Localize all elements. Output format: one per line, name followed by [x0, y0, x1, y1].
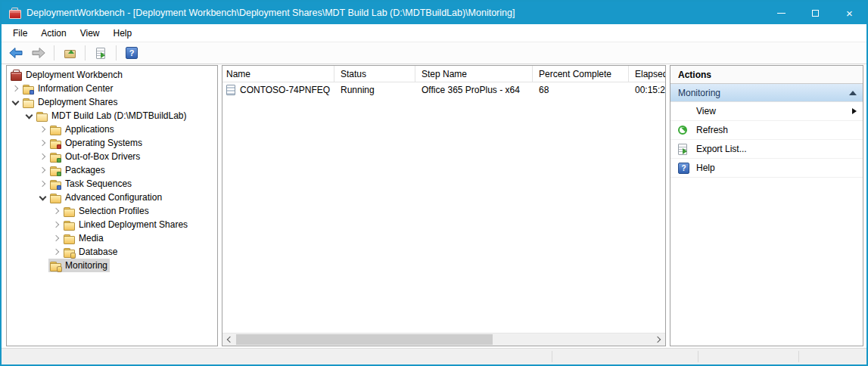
expander-collapsed-icon[interactable]	[50, 246, 62, 258]
column-header-step-name[interactable]: Step Name	[415, 66, 533, 82]
expander-expanded-icon[interactable]	[9, 96, 21, 108]
monitoring-cylinder-icon	[57, 266, 62, 272]
column-header-elapsed-time[interactable]: Elapsed Time	[629, 66, 666, 82]
minimize-button[interactable]	[764, 2, 798, 24]
export-list-icon	[96, 48, 105, 59]
monitoring-row-contoso[interactable]: CONTOSO-74PNFEQ Running Office 365 ProPl…	[222, 82, 665, 98]
tree-item-monitoring[interactable]: Monitoring	[7, 259, 217, 272]
back-button[interactable]	[7, 44, 25, 62]
task-sequences-folder-icon	[49, 178, 61, 190]
tree-item-out-of-box-drivers[interactable]: Out-of-Box Drivers	[7, 150, 217, 163]
cell-percent-complete: 68	[533, 85, 629, 95]
show-hide-console-tree-button[interactable]	[61, 44, 79, 62]
actions-group-monitoring[interactable]: Monitoring	[670, 84, 863, 102]
maximize-button[interactable]	[798, 2, 832, 24]
folder-icon	[49, 191, 61, 203]
cell-elapsed-time: 00:15:20	[629, 85, 665, 95]
tree-item-mdt-build-lab[interactable]: MDT Build Lab (D:\MDTBuildLab)	[7, 109, 217, 123]
expander-spacer	[36, 259, 48, 271]
folder-icon	[63, 219, 75, 231]
tree-item-selection-profiles[interactable]: Selection Profiles	[7, 204, 217, 218]
tree-item-label: Advanced Configuration	[65, 192, 162, 203]
folder-info-icon	[22, 82, 34, 95]
os-badge-icon	[57, 144, 61, 149]
export-list-button[interactable]	[92, 44, 110, 62]
close-button[interactable]: ×	[832, 2, 866, 24]
toolbar-separator	[85, 45, 86, 60]
expander-collapsed-icon[interactable]	[50, 205, 62, 217]
expander-collapsed-icon[interactable]	[36, 137, 48, 149]
cell-name: CONTOSO-74PNFEQ	[222, 85, 334, 95]
tree-item-linked-deployment-shares[interactable]: Linked Deployment Shares	[7, 218, 217, 231]
expander-collapsed-icon[interactable]	[36, 178, 48, 190]
tree-item-database[interactable]: Database	[7, 245, 217, 259]
main-area: Deployment Workbench Information Center …	[2, 64, 866, 348]
action-refresh[interactable]: Refresh	[670, 121, 863, 140]
tree-item-information-center[interactable]: Information Center	[7, 82, 217, 95]
tree-item-applications[interactable]: Applications	[7, 123, 217, 136]
refresh-icon	[678, 126, 687, 135]
app-toolbox-icon	[8, 7, 20, 19]
help-button[interactable]: ?	[123, 44, 141, 62]
tree-item-packages[interactable]: Packages	[7, 163, 217, 177]
action-view[interactable]: View	[670, 102, 863, 121]
collapse-arrow-icon[interactable]	[849, 91, 857, 95]
expander-expanded-icon[interactable]	[23, 110, 35, 122]
action-label: Refresh	[696, 125, 857, 135]
actions-group-label: Monitoring	[678, 88, 849, 98]
menubar: File Action View Help	[2, 24, 866, 42]
toolbar: ?	[2, 42, 866, 64]
toolbar-separator	[54, 45, 54, 60]
tree-item-label: MDT Build Lab (D:\MDTBuildLab)	[51, 110, 187, 121]
folder-up-arrow-icon	[64, 50, 76, 58]
action-export-list[interactable]: Export List...	[670, 140, 863, 159]
tree-item-label: Task Sequences	[65, 178, 132, 189]
expander-collapsed-icon[interactable]	[50, 232, 62, 244]
tree-item-label: Linked Deployment Shares	[79, 219, 188, 230]
tree-item-deployment-shares[interactable]: Deployment Shares	[7, 95, 217, 109]
cell-step-name: Office 365 ProPlus - x64	[415, 85, 533, 95]
actions-pane-title: Actions	[670, 66, 863, 84]
tree-item-label: Deployment Shares	[38, 97, 117, 107]
expander-collapsed-icon[interactable]	[50, 219, 62, 231]
menu-action[interactable]: Action	[34, 26, 73, 41]
menu-file[interactable]: File	[6, 26, 34, 41]
menu-help[interactable]: Help	[107, 26, 139, 41]
tree-item-label: Packages	[65, 165, 105, 175]
minimize-icon	[777, 13, 786, 14]
expander-collapsed-icon[interactable]	[36, 164, 48, 176]
tree-item-deployment-workbench[interactable]: Deployment Workbench	[7, 68, 217, 82]
maximize-icon	[812, 10, 819, 17]
status-bar	[2, 348, 866, 364]
task-sequences-badge-icon	[57, 185, 61, 190]
tree-item-media[interactable]: Media	[7, 231, 217, 245]
close-icon: ×	[846, 8, 853, 19]
column-header-name[interactable]: Name	[222, 66, 334, 82]
expander-collapsed-icon[interactable]	[9, 82, 21, 95]
expander-expanded-icon[interactable]	[36, 191, 48, 203]
folder-icon	[63, 232, 75, 244]
expander-collapsed-icon[interactable]	[36, 123, 48, 135]
horizontal-scrollbar[interactable]	[222, 333, 665, 346]
column-header-status[interactable]: Status	[334, 66, 415, 82]
cell-name-text: CONTOSO-74PNFEQ	[240, 85, 330, 95]
app-window: DeploymentWorkbench - [Deployment Workbe…	[0, 0, 868, 366]
scrollbar-thumb[interactable]	[236, 334, 493, 345]
tree-item-operating-systems[interactable]: Operating Systems	[7, 136, 217, 150]
action-label: Help	[696, 163, 857, 173]
tree-item-advanced-configuration[interactable]: Advanced Configuration	[7, 191, 217, 204]
actions-pane: Actions Monitoring View Refresh Export L…	[670, 65, 863, 346]
back-arrow-icon	[9, 48, 23, 58]
tree-item-label: Operating Systems	[65, 138, 142, 148]
scroll-left-arrow-icon[interactable]	[222, 333, 235, 346]
tree-item-task-sequences[interactable]: Task Sequences	[7, 177, 217, 191]
scroll-right-arrow-icon[interactable]	[652, 333, 665, 346]
forward-button[interactable]	[30, 44, 48, 62]
column-header-percent-complete[interactable]: Percent Complete	[533, 66, 629, 82]
open-folder-icon	[22, 96, 34, 108]
expander-collapsed-icon[interactable]	[36, 150, 48, 163]
menu-view[interactable]: View	[73, 26, 107, 41]
action-icon-slot: ?	[678, 163, 696, 174]
selected-tree-item[interactable]: Monitoring	[48, 259, 110, 272]
action-help[interactable]: ? Help	[670, 159, 863, 178]
